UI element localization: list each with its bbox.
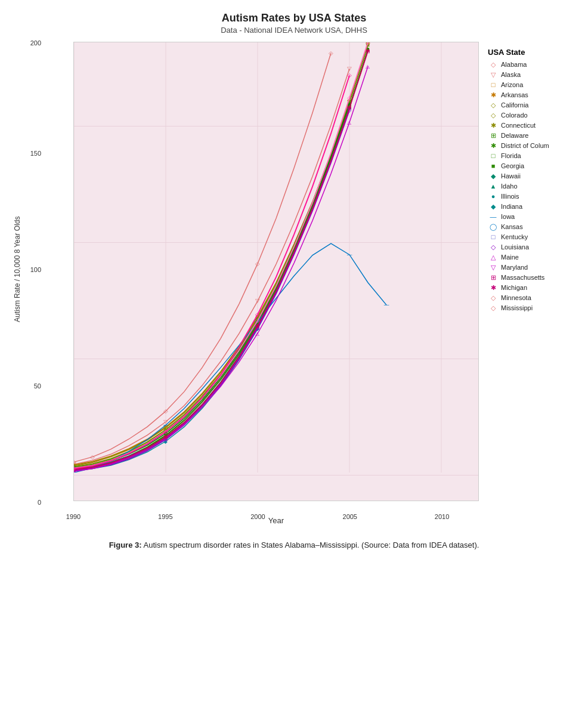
y-axis-label: Autism Rate / 10,000 8 Year Olds — [13, 251, 21, 322]
svg-text:✱: ✱ — [347, 105, 352, 111]
legend-symbol: ◆ — [488, 172, 499, 180]
legend-symbol: ● — [488, 192, 499, 200]
svg-text:△: △ — [347, 119, 351, 125]
y-tick-50: 50 — [34, 382, 41, 390]
chart-svg: ◇ ◇ ◇ ◇ ◇ ▽ ▽ ▽ ▽ □ □ — [74, 42, 478, 501]
legend-item: ◆ Hawaii — [488, 172, 580, 180]
legend-symbol: — — [488, 212, 499, 221]
y-axis-container: Autism Rate / 10,000 8 Year Olds 0 50 10… — [8, 42, 44, 531]
legend-label: Arizona — [501, 81, 523, 88]
y-tick-200: 200 — [30, 39, 41, 47]
chart-plot: ◇ ◇ ◇ ◇ ◇ ▽ ▽ ▽ ▽ □ □ — [73, 42, 479, 501]
legend-symbol: △ — [488, 253, 499, 261]
svg-text:—: — — [347, 252, 352, 258]
legend-item: ⊞ Massachusetts — [488, 273, 580, 282]
svg-text:◇: ◇ — [255, 311, 260, 317]
svg-text:◇: ◇ — [329, 50, 333, 56]
legend-symbol: ✱ — [488, 283, 499, 292]
legend-label: District of Colum — [501, 142, 549, 149]
legend-item: ⊞ Delaware — [488, 131, 580, 140]
legend-item: ■ Georgia — [488, 162, 580, 170]
legend-label: Indiana — [501, 203, 522, 210]
x-tick-2005: 2005 — [343, 513, 357, 520]
figure-caption: Figure 3: Autism spectrum disorder rates… — [109, 541, 479, 549]
legend-symbol: □ — [488, 233, 499, 241]
legend-label: Idaho — [501, 183, 518, 190]
legend-item: ◇ Mississippi — [488, 304, 580, 312]
legend-symbol: ⊞ — [488, 131, 499, 140]
legend-item: □ Arizona — [488, 81, 580, 89]
svg-text:✱: ✱ — [163, 434, 168, 440]
legend-label: Florida — [501, 152, 521, 159]
x-axis-label: Year — [268, 516, 284, 525]
legend-item: □ Florida — [488, 152, 580, 160]
svg-text:◇: ◇ — [347, 72, 352, 78]
legend-label: Delaware — [501, 132, 528, 139]
y-tick-150: 150 — [30, 150, 41, 157]
legend-label: Maryland — [501, 264, 528, 271]
legend-symbol: ◇ — [488, 60, 499, 69]
legend-panel: USA State ◇ Alabama ▽ Alaska □ Arizona ✱… — [479, 42, 580, 314]
legend-label: Kansas — [501, 223, 523, 230]
legend-label: Arkansas — [501, 91, 528, 98]
svg-text:◇: ◇ — [366, 42, 370, 45]
legend-symbol: ⊞ — [488, 273, 499, 282]
legend-symbol: ✱ — [488, 141, 499, 150]
legend-symbol: ◇ — [488, 294, 499, 302]
legend-symbol: ◇ — [488, 111, 499, 119]
legend-item: ✱ Michigan — [488, 283, 580, 292]
chart-area: ◇ ◇ ◇ ◇ ◇ ▽ ▽ ▽ ▽ □ □ — [44, 42, 479, 531]
legend-item: ◇ Louisiana — [488, 243, 580, 251]
legend-item: ✱ Arkansas — [488, 91, 580, 99]
svg-rect-0 — [74, 42, 478, 473]
legend-item: △ Maine — [488, 253, 580, 261]
legend-item: ◇ California — [488, 101, 580, 109]
x-tick-2010: 2010 — [435, 513, 449, 520]
legend-label: Maine — [501, 254, 519, 261]
svg-text:—: — — [163, 422, 169, 428]
legend-symbol: □ — [488, 81, 499, 89]
legend-label: Michigan — [501, 284, 527, 291]
svg-text:◇: ◇ — [90, 453, 95, 460]
legend-item: — Iowa — [488, 212, 580, 221]
y-tick-0: 0 — [38, 499, 41, 506]
svg-text:◇: ◇ — [163, 428, 168, 435]
legend-label: Minnesota — [501, 294, 531, 301]
legend-label: California — [501, 101, 528, 109]
svg-text:△: △ — [366, 63, 370, 69]
legend-label: Alaska — [501, 71, 521, 78]
legend-item: ◇ Minnesota — [488, 294, 580, 302]
legend-item: ▽ Maryland — [488, 263, 580, 271]
legend-symbol: □ — [488, 152, 499, 160]
caption-label: Figure 3: — [109, 541, 142, 549]
legend-symbol: ◇ — [488, 101, 499, 109]
legend-label: Hawaii — [501, 172, 521, 180]
legend-item: ◇ Colorado — [488, 111, 580, 119]
svg-text:—: — — [384, 302, 389, 308]
legend-symbol: ◆ — [488, 202, 499, 211]
svg-text:◇: ◇ — [347, 95, 352, 101]
svg-text:△: △ — [255, 331, 259, 336]
x-tick-1990: 1990 — [66, 513, 81, 520]
legend-symbol: ■ — [488, 162, 499, 170]
svg-text:◇: ◇ — [163, 407, 168, 414]
legend-item: □ Kentucky — [488, 233, 580, 241]
legend-symbol: ▲ — [488, 182, 499, 190]
legend-label: Colorado — [501, 112, 528, 119]
title-block: Autism Rates by USA States Data - Nation… — [221, 12, 367, 35]
legend-label: Massachusetts — [501, 274, 544, 281]
legend-item: ▲ Idaho — [488, 182, 580, 190]
svg-text:◇: ◇ — [74, 465, 76, 472]
legend-label: Connecticut — [501, 122, 536, 129]
legend-symbol: ◇ — [488, 243, 499, 251]
x-tick-2000: 2000 — [250, 513, 265, 520]
legend-symbol: ▽ — [488, 70, 499, 79]
y-tick-100: 100 — [30, 266, 41, 273]
caption-text: Autism spectrum disorder rates in States… — [143, 541, 479, 549]
legend-item: ◯ Kansas — [488, 223, 580, 231]
svg-text:◇: ◇ — [255, 260, 260, 267]
legend-symbol: ✱ — [488, 121, 499, 129]
legend-label: Georgia — [501, 162, 524, 169]
chart-subtitle: Data - National IDEA Network USA, DHHS — [221, 26, 367, 35]
legend-symbol: ▽ — [488, 263, 499, 271]
